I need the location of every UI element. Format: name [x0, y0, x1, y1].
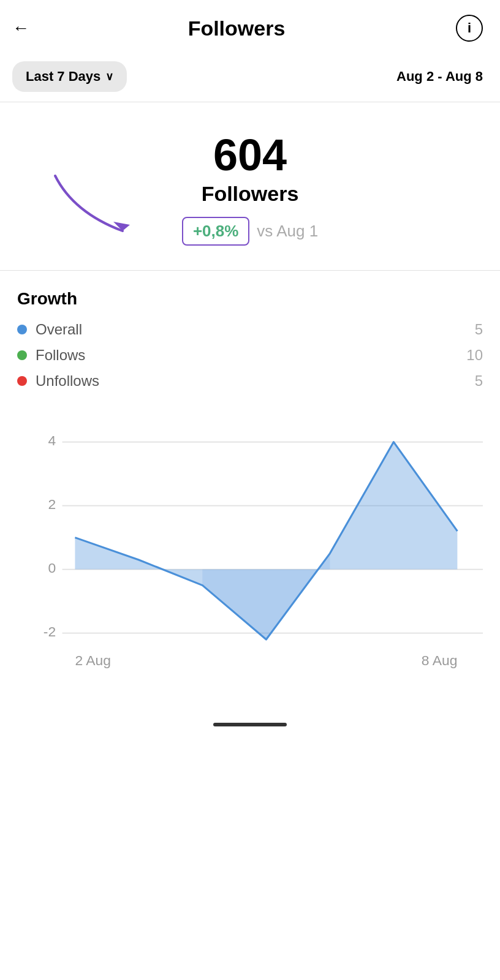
svg-text:2 Aug: 2 Aug	[75, 652, 111, 668]
unfollows-label: Unfollows	[36, 372, 99, 390]
vs-text: vs Aug 1	[257, 222, 318, 241]
stats-change-row: +0,8% vs Aug 1	[182, 217, 318, 246]
growth-chart: 4 2 0 -2 2 Aug 8 Aug	[37, 417, 483, 671]
filter-label: Last 7 Days	[26, 69, 100, 85]
change-badge: +0,8%	[182, 217, 249, 246]
overall-label: Overall	[36, 321, 82, 338]
svg-text:8 Aug: 8 Aug	[422, 652, 458, 668]
legend-row-unfollows: Unfollows 5	[17, 372, 483, 390]
stats-section: 604 Followers +0,8% vs Aug 1	[0, 102, 500, 270]
bottom-bar	[0, 710, 500, 745]
svg-text:0: 0	[48, 560, 56, 576]
followers-label: Followers	[202, 182, 299, 206]
info-button[interactable]: i	[456, 15, 483, 42]
chart-container: 4 2 0 -2 2 Aug 8 Aug	[0, 404, 500, 686]
date-range-label: Aug 2 - Aug 8	[396, 69, 483, 85]
svg-text:4: 4	[48, 432, 56, 448]
header: ← Followers i	[0, 0, 500, 54]
follows-value: 10	[466, 347, 483, 364]
arrow-annotation	[37, 164, 172, 262]
chevron-down-icon: ∨	[105, 70, 113, 83]
svg-text:-2: -2	[44, 624, 56, 639]
overall-dot	[17, 325, 27, 334]
growth-section: Growth Overall 5 Follows 10 Unfollows 5	[0, 271, 500, 404]
growth-title: Growth	[17, 289, 483, 309]
unfollows-dot	[17, 376, 27, 386]
unfollows-value: 5	[475, 372, 483, 390]
svg-text:2: 2	[48, 496, 56, 512]
info-icon: i	[468, 20, 471, 36]
chart-negative-fill	[202, 554, 330, 639]
filter-bar: Last 7 Days ∨ Aug 2 - Aug 8	[0, 54, 500, 102]
date-filter-button[interactable]: Last 7 Days ∨	[12, 61, 127, 92]
followers-count: 604	[213, 133, 287, 177]
follows-label: Follows	[36, 347, 85, 364]
legend-row-overall: Overall 5	[17, 321, 483, 338]
page-title: Followers	[17, 17, 456, 40]
home-indicator	[213, 723, 287, 726]
overall-value: 5	[475, 321, 483, 338]
legend-row-follows: Follows 10	[17, 347, 483, 364]
follows-dot	[17, 350, 27, 360]
